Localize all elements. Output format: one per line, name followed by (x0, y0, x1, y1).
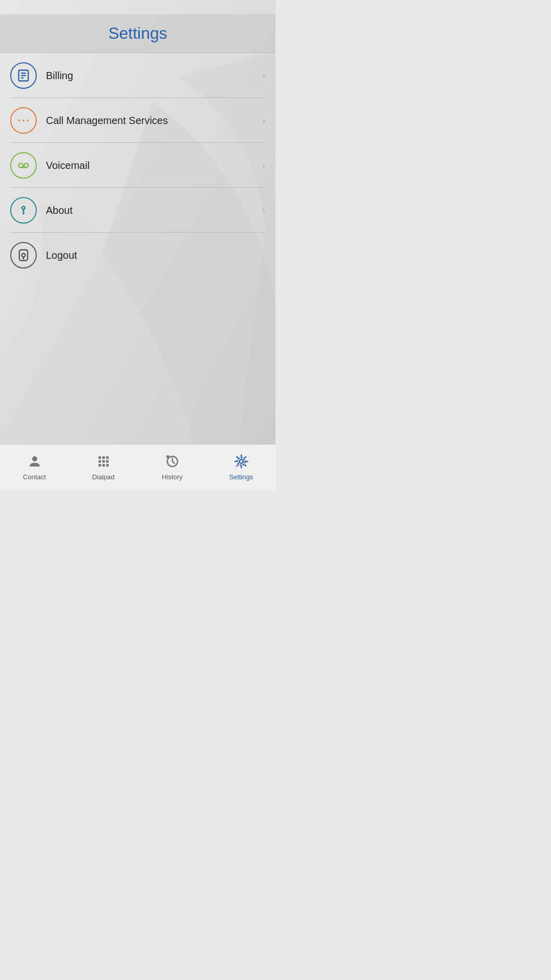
svg-rect-17 (102, 456, 105, 459)
svg-point-8 (19, 163, 23, 167)
nav-contact[interactable]: Contact (0, 445, 69, 490)
svg-point-26 (239, 459, 243, 463)
logout-menu-item[interactable]: Logout (0, 233, 276, 278)
about-icon-wrap (10, 197, 37, 224)
settings-icon (234, 454, 249, 471)
page-header: Settings (0, 14, 276, 53)
call-management-chevron: › (262, 115, 265, 126)
call-management-menu-item[interactable]: Call Management Services › (0, 98, 276, 143)
billing-icon-wrap (10, 62, 37, 89)
status-bar: 5:53 PM 1 ... 0.00K/s 🔕 ⏰ 📶 Vᴏʟᴛᴇ ⚡ 72% (0, 0, 276, 14)
dialpad-icon (96, 454, 111, 471)
call-icon-wrap (10, 107, 37, 134)
nav-history-label: History (162, 473, 182, 481)
nav-contact-label: Contact (23, 473, 46, 481)
logout-icon-wrap (10, 242, 37, 268)
svg-point-5 (18, 119, 20, 121)
nav-dialpad-label: Dialpad (92, 473, 114, 481)
nav-history[interactable]: History (138, 445, 207, 490)
svg-rect-18 (106, 456, 109, 459)
about-menu-item[interactable]: About › (0, 188, 276, 233)
svg-point-15 (32, 456, 37, 461)
call-management-label: Call Management Services (46, 115, 262, 127)
svg-point-7 (27, 119, 29, 121)
about-label: About (46, 205, 262, 216)
nav-settings-label: Settings (229, 473, 253, 481)
contact-icon (27, 454, 42, 471)
svg-point-6 (22, 119, 24, 121)
about-chevron: › (262, 205, 265, 216)
voicemail-chevron: › (262, 160, 265, 171)
billing-label: Billing (46, 70, 262, 82)
billing-chevron: › (262, 70, 265, 81)
svg-rect-24 (106, 464, 109, 467)
svg-rect-16 (98, 456, 101, 459)
history-icon (165, 454, 180, 471)
svg-point-11 (22, 206, 25, 209)
svg-rect-19 (98, 460, 101, 463)
voicemail-icon-wrap (10, 152, 37, 179)
page-title: Settings (108, 24, 167, 43)
billing-menu-item[interactable]: Billing › (0, 53, 276, 98)
svg-rect-21 (106, 460, 109, 463)
nav-settings[interactable]: Settings (207, 445, 276, 490)
svg-rect-20 (102, 460, 105, 463)
voicemail-label: Voicemail (46, 160, 262, 172)
svg-point-9 (24, 163, 28, 167)
svg-rect-23 (102, 464, 105, 467)
nav-dialpad[interactable]: Dialpad (69, 445, 138, 490)
logout-label: Logout (46, 250, 265, 261)
svg-rect-22 (98, 464, 101, 467)
status-time: 5:53 PM 1 ... (5, 4, 84, 11)
voicemail-menu-item[interactable]: Voicemail › (0, 143, 276, 188)
status-right: 0.00K/s 🔕 ⏰ 📶 Vᴏʟᴛᴇ ⚡ 72% (179, 4, 270, 11)
svg-point-27 (237, 458, 245, 465)
bottom-navigation: Contact Dialpad (0, 444, 276, 490)
settings-menu: Billing › Call Management Services › Voi… (0, 53, 276, 278)
